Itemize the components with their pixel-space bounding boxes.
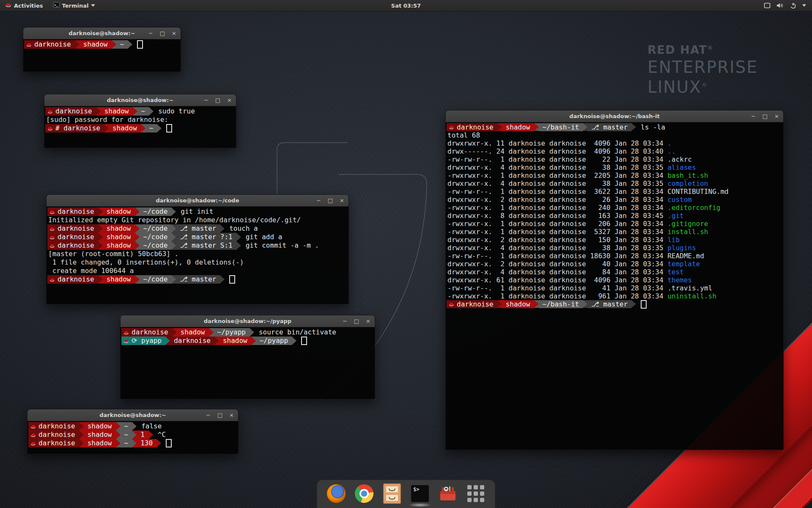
maximize-button[interactable]: □ <box>217 412 222 418</box>
redhat-icon <box>28 422 37 431</box>
output-line: total 68 <box>447 131 783 139</box>
prompt-segment-git: ⎇ master <box>587 123 631 131</box>
directory-name: .git <box>667 212 684 220</box>
prompt-segment-host: shadow <box>177 328 209 337</box>
terminal-window-pyapp[interactable]: darknoise@shadow:~/pyapp−□×darknoiseshad… <box>120 315 375 399</box>
terminal-mini-icon: >_ <box>53 2 60 9</box>
segment-separator <box>250 328 254 337</box>
segment-separator <box>497 300 502 308</box>
prompt-segment-user: darknoise <box>37 431 79 439</box>
prompt-line: darknoiseshadow~ <box>24 40 181 49</box>
prompt-line: darknoiseshadow~/codegit init <box>47 207 348 216</box>
terminal-content[interactable]: darknoiseshadow~sudo true[sudo] password… <box>44 106 236 148</box>
segment-separator <box>171 275 176 284</box>
redhat-icon <box>24 40 33 49</box>
command-text: git init <box>181 207 213 216</box>
output-text: drwxrwxr-x. 4 darknoise darknoise 38 Jan… <box>447 244 667 252</box>
terminal-content[interactable]: darknoiseshadow~/pyappsource bin/activat… <box>121 327 375 399</box>
segment-separator <box>141 124 145 133</box>
prompt-line: darknoiseshadow~/code⎇ master S:1git com… <box>47 241 348 250</box>
segment-separator <box>98 233 103 241</box>
terminal-icon[interactable]: $> <box>410 484 430 503</box>
terminal-window-code[interactable]: darknoise@shadow:~/code−□×darknoiseshado… <box>46 194 349 304</box>
redhat-icon <box>45 107 54 116</box>
screen-icon <box>764 3 771 8</box>
chrome-icon[interactable] <box>354 484 374 503</box>
segment-separator <box>171 207 176 216</box>
terminal-content[interactable]: darknoiseshadow~falsedarknoiseshadow~1^C… <box>27 421 238 454</box>
output-text: drwxrwxr-x. 4 darknoise darknoise 38 Jan… <box>447 163 667 171</box>
toolbox-icon[interactable] <box>438 484 458 503</box>
window-title: darknoise@shadow:~ <box>107 97 173 103</box>
maximize-button[interactable]: □ <box>215 97 220 103</box>
segment-separator <box>631 300 636 308</box>
prompt-line: darknoiseshadow~sudo true <box>45 107 236 116</box>
redhat-icon <box>47 241 56 250</box>
minimize-button[interactable]: − <box>148 30 153 36</box>
minimize-button[interactable]: − <box>316 198 321 203</box>
terminal-window-exitcodes[interactable]: darknoise@shadow:~−□×darknoiseshadow~fal… <box>27 409 239 454</box>
command-text: sudo true <box>158 107 195 116</box>
app-menu-terminal[interactable]: >_ Terminal <box>48 0 101 11</box>
titlebar[interactable]: darknoise@shadow:~/bash-it−□× <box>446 110 783 122</box>
segment-separator <box>75 40 80 49</box>
prompt-segment-user: darknoise <box>37 422 79 431</box>
prompt-segment-user: darknoise <box>54 107 96 116</box>
terminal-content[interactable]: darknoiseshadow~/bash-it⎇ masterls -lato… <box>446 122 783 450</box>
prompt-segment-host: shadow <box>101 107 133 116</box>
titlebar[interactable]: darknoise@shadow:~/code−□× <box>47 195 348 207</box>
titlebar[interactable]: darknoise@shadow:~/pyapp−□× <box>121 315 375 327</box>
terminal-window-bashit[interactable]: darknoise@shadow:~/bash-it−□×darknoisesh… <box>445 110 784 450</box>
app-grid-icon[interactable] <box>466 484 486 503</box>
volume-icon <box>776 3 784 8</box>
close-button[interactable]: × <box>774 113 779 119</box>
close-button[interactable]: × <box>229 412 234 418</box>
output-line: drwxrwxr-x. 4 darknoise darknoise 84 Jan… <box>447 268 783 276</box>
system-status-area[interactable] <box>760 0 809 11</box>
close-button[interactable]: × <box>227 97 232 103</box>
segment-separator <box>165 337 170 345</box>
segment-separator <box>132 431 137 439</box>
prompt-line: darknoiseshadow~/pyappsource bin/activat… <box>121 328 375 337</box>
terminal-content[interactable]: darknoiseshadow~/codegit initInitialized… <box>47 207 348 304</box>
maximize-button[interactable]: □ <box>354 318 359 324</box>
segment-separator <box>96 107 101 116</box>
brand-red-hat: RED HAT® <box>647 43 758 56</box>
output-text: drwxrwxr-x. 4 darknoise darknoise 84 Jan… <box>447 268 667 276</box>
prompt-segment-user: darknoise <box>56 233 98 241</box>
minimize-button[interactable]: − <box>206 412 211 418</box>
minimize-button[interactable]: − <box>751 113 756 119</box>
maximize-button[interactable]: □ <box>160 30 165 36</box>
terminal-window-home-small[interactable]: darknoise@shadow:~−□×darknoiseshadow~ <box>23 27 181 72</box>
titlebar[interactable]: darknoise@shadow:~−□× <box>23 28 181 39</box>
segment-separator <box>112 40 116 49</box>
prompt-segment-user: darknoise <box>130 328 172 337</box>
close-button[interactable]: × <box>172 30 176 36</box>
segment-separator <box>220 275 225 284</box>
output-line: Initialized empty Git repository in /hom… <box>47 216 348 224</box>
terminal-content[interactable]: darknoiseshadow~ <box>23 39 181 72</box>
titlebar[interactable]: darknoise@shadow:~−□× <box>44 94 236 106</box>
terminal-window-sudo[interactable]: darknoise@shadow:~−□×darknoiseshadow~sud… <box>44 94 236 148</box>
minimize-button[interactable]: − <box>343 318 347 324</box>
activities-button[interactable]: Activities <box>0 0 48 11</box>
files-icon[interactable] <box>382 484 402 503</box>
maximize-button[interactable]: □ <box>328 198 333 203</box>
window-title: darknoise@shadow:~/code <box>156 197 239 204</box>
maximize-button[interactable]: □ <box>763 113 768 119</box>
firefox-icon[interactable] <box>326 484 346 503</box>
segment-separator <box>171 233 176 241</box>
clock[interactable]: Sat 03:57 <box>387 0 425 11</box>
output-text: drwxrwxr-x. 2 darknoise darknoise 26 Jan… <box>447 196 667 204</box>
rhel-branding: RED HAT® ENTERPRISE LINUX® <box>647 43 758 97</box>
registered-mark: ® <box>707 44 713 51</box>
prompt-segment-host: shadow <box>219 337 251 345</box>
output-text: -rw-rw-r--. 1 darknoise darknoise 3622 J… <box>447 188 667 196</box>
close-button[interactable]: × <box>366 318 370 324</box>
redhat-icon <box>47 233 56 241</box>
executable-name: uninstall.sh <box>667 292 716 300</box>
titlebar[interactable]: darknoise@shadow:~−□× <box>27 409 238 421</box>
minimize-button[interactable]: − <box>204 97 208 103</box>
command-text: git add a <box>246 233 283 241</box>
close-button[interactable]: × <box>340 198 344 203</box>
